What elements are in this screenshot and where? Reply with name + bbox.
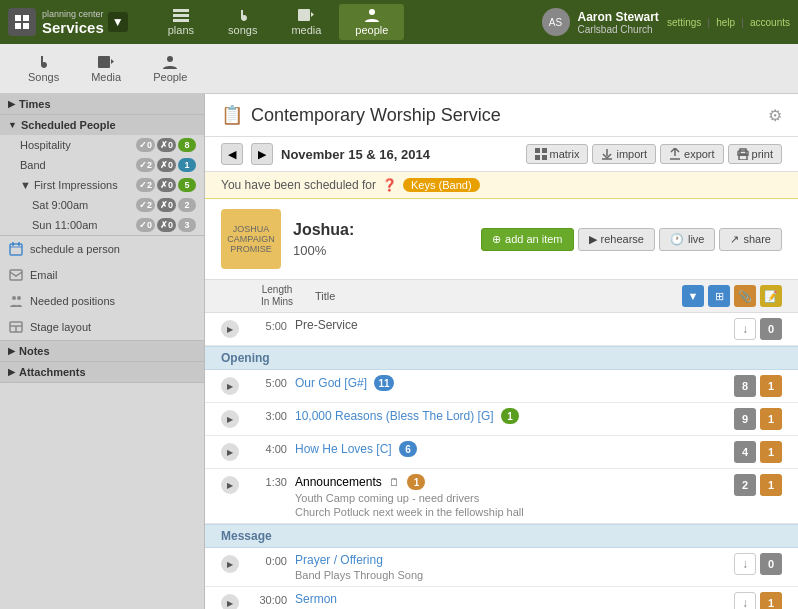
needed-positions-action[interactable]: Needed positions <box>0 288 204 314</box>
sidebar-item-first-impressions[interactable]: ▼First Impressions ✓2 ✗0 5 <box>0 175 204 195</box>
play-prayer-button[interactable]: ▶ <box>221 555 239 573</box>
svg-rect-7 <box>298 9 310 21</box>
matrix-button[interactable]: matrix <box>526 144 589 164</box>
nav-item-media[interactable]: media <box>275 4 337 40</box>
sidebar-section-scheduled-header[interactable]: ▼ Scheduled People <box>0 115 204 135</box>
svg-rect-1 <box>23 15 29 21</box>
play-preservice-button[interactable]: ▶ <box>221 320 239 338</box>
sermon-download-icon[interactable]: ↓ <box>734 592 756 609</box>
nav-item-plans[interactable]: plans <box>152 4 210 40</box>
prayer-download-icon[interactable]: ↓ <box>734 553 756 575</box>
nav-item-songs[interactable]: songs <box>212 4 273 40</box>
play-10000-button[interactable]: ▶ <box>221 410 239 428</box>
calendar-icon <box>8 241 24 257</box>
svg-point-16 <box>12 296 16 300</box>
top-navigation: planning center Services ▼ plans songs m… <box>0 0 798 44</box>
logo-icon <box>8 8 36 36</box>
email-icon <box>8 267 24 283</box>
prayer-title: Prayer / Offering Band Plays Through Son… <box>295 553 726 581</box>
main-nav-items: plans songs media people <box>152 4 405 40</box>
our-god-badge: 11 <box>374 375 393 391</box>
play-our-god-button[interactable]: ▶ <box>221 377 239 395</box>
gear-icon[interactable]: ⚙ <box>768 106 782 125</box>
announcements-end: 2 1 <box>734 474 782 496</box>
sermon-count: 1 <box>760 592 782 609</box>
app-dropdown-arrow[interactable]: ▼ <box>108 12 128 32</box>
filter-icon[interactable]: ▼ <box>682 285 704 307</box>
10000-end: 9 1 <box>734 408 782 430</box>
plan-row-our-god: ▶ 5:00 Our God [G#] 11 8 1 <box>205 370 798 403</box>
preservice-title: Pre-Service <box>295 318 726 332</box>
play-announcements-button[interactable]: ▶ <box>221 476 239 494</box>
prayer-time: 0:00 <box>247 555 287 567</box>
plan-row-announcements: ▶ 1:30 Announcements 🗒 1 Youth Camp comi… <box>205 469 798 524</box>
share-button[interactable]: ↗ share <box>719 228 782 251</box>
svg-point-8 <box>369 9 375 15</box>
play-how-he-loves-button[interactable]: ▶ <box>221 443 239 461</box>
plan-row-preservice: ▶ 5:00 Pre-Service ↓ 0 <box>205 313 798 346</box>
our-god-count2: 1 <box>760 375 782 397</box>
announcements-sub2: Church Potluck next week in the fellowsh… <box>295 506 726 518</box>
how-he-loves-badge: 6 <box>399 441 417 457</box>
person-name: Joshua: <box>293 221 469 239</box>
preservice-time: 5:00 <box>247 320 287 332</box>
sidebar-section-times-header[interactable]: ▶ Times <box>0 94 204 114</box>
secondnav-item-songs[interactable]: Songs <box>12 51 75 87</box>
sidebar-item-sun-11am[interactable]: Sun 11:00am ✓0 ✗0 3 <box>0 215 204 235</box>
scheduled-msg: You have been scheduled for <box>221 178 376 192</box>
add-item-button[interactable]: ⊕ add an item <box>481 228 573 251</box>
how-he-loves-count1: 4 <box>734 441 756 463</box>
attach-icon[interactable]: 📎 <box>734 285 756 307</box>
schedule-person-action[interactable]: schedule a person <box>0 236 204 262</box>
settings-link[interactable]: settings <box>667 17 701 28</box>
sidebar: ▶ Times ▼ Scheduled People Hospitality ✓… <box>0 94 205 609</box>
sidebar-section-attachments-header[interactable]: ▶ Attachments <box>0 362 204 382</box>
sidebar-section-notes-header[interactable]: ▶ Notes <box>0 341 204 361</box>
announcements-count2: 1 <box>760 474 782 496</box>
sidebar-item-hospitality[interactable]: Hospitality ✓0 ✗0 8 <box>0 135 204 155</box>
10000-count1: 9 <box>734 408 756 430</box>
our-god-end: 8 1 <box>734 375 782 397</box>
plan-row-sermon: ▶ 30:00 Sermon Pastor Aaron ↓ 1 <box>205 587 798 609</box>
play-sermon-button[interactable]: ▶ <box>221 594 239 609</box>
rehearse-button[interactable]: ▶ rehearse <box>578 228 655 251</box>
sidebar-item-sat-9am[interactable]: Sat 9:00am ✓2 ✗0 2 <box>0 195 204 215</box>
sidebar-item-band[interactable]: Band ✓2 ✗0 1 <box>0 155 204 175</box>
user-area: AS Aaron Stewart Carlsbad Church setting… <box>542 8 790 36</box>
accounts-link[interactable]: accounts <box>750 17 790 28</box>
nav-item-people[interactable]: people <box>339 4 404 40</box>
secondnav-item-media[interactable]: Media <box>75 51 137 87</box>
key-badge: Keys (Band) <box>403 178 480 192</box>
live-button[interactable]: 🕐 live <box>659 228 716 251</box>
sermon-time: 30:00 <box>247 594 287 606</box>
columns-icon[interactable]: ⊞ <box>708 285 730 307</box>
plan-row-10000-reasons: ▶ 3:00 10,000 Reasons (Bless The Lord) [… <box>205 403 798 436</box>
our-god-title: Our God [G#] 11 <box>295 375 726 391</box>
svg-rect-5 <box>173 14 189 17</box>
stage-layout-action[interactable]: Stage layout <box>0 314 204 340</box>
person-percent: 100% <box>293 243 469 258</box>
date-next-button[interactable]: ▶ <box>251 143 273 165</box>
col-title-header: Title <box>315 290 674 302</box>
svg-rect-9 <box>98 56 110 68</box>
app-subtitle: planning center <box>42 9 104 19</box>
10000-badge: 1 <box>501 408 519 424</box>
people-icon <box>8 293 24 309</box>
how-he-loves-time: 4:00 <box>247 443 287 455</box>
preservice-end: ↓ 0 <box>734 318 782 340</box>
note-icon[interactable]: 📝 <box>760 285 782 307</box>
import-button[interactable]: import <box>592 144 656 164</box>
secondnav-item-people[interactable]: People <box>137 51 203 87</box>
section-divider-opening: Opening <box>205 346 798 370</box>
export-button[interactable]: export <box>660 144 724 164</box>
help-link[interactable]: help <box>716 17 735 28</box>
print-button[interactable]: print <box>728 144 782 164</box>
our-god-count1: 8 <box>734 375 756 397</box>
email-action[interactable]: Email <box>0 262 204 288</box>
account-links: settings | help | accounts <box>667 16 790 28</box>
download-icon[interactable]: ↓ <box>734 318 756 340</box>
svg-rect-3 <box>23 23 29 29</box>
service-actions: matrix import export print <box>526 144 783 164</box>
date-prev-button[interactable]: ◀ <box>221 143 243 165</box>
svg-rect-23 <box>535 155 540 160</box>
